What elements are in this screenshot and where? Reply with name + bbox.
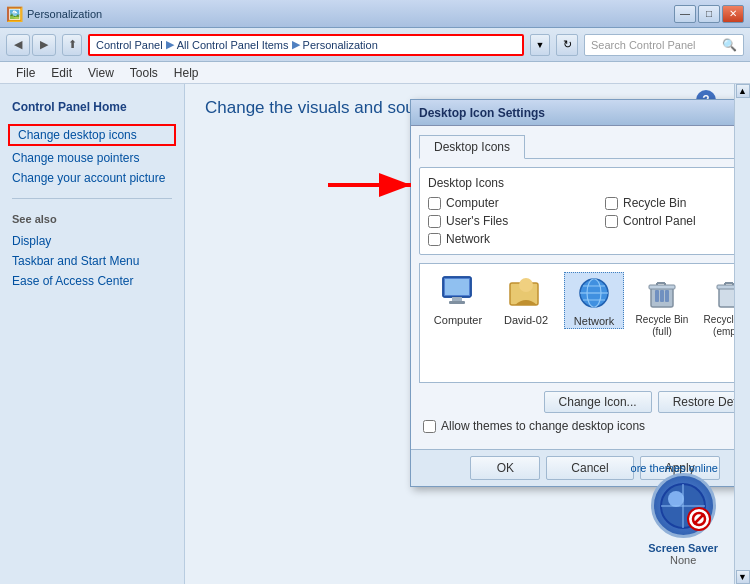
david-icon [506, 272, 546, 312]
icon-label-recycle-full: Recycle Bin(full) [636, 314, 689, 338]
title-bar-left: 🖼️ Personalization [6, 6, 102, 22]
menu-file[interactable]: File [8, 64, 43, 82]
icon-item-recycle-full[interactable]: Recycle Bin(full) [632, 272, 692, 338]
path-segment-3: Personalization [303, 39, 378, 51]
svg-rect-6 [449, 301, 465, 304]
right-scrollbar[interactable]: ▲ ▼ [734, 84, 750, 584]
dialog-title-bar: Desktop Icon Settings ✕ [411, 100, 734, 126]
no-symbol [687, 507, 711, 531]
icon-item-david[interactable]: David-02 [496, 272, 556, 327]
title-bar: 🖼️ Personalization — □ ✕ [0, 0, 750, 28]
sidebar-link-taskbar[interactable]: Taskbar and Start Menu [0, 251, 184, 271]
maximize-button[interactable]: □ [698, 5, 720, 23]
icon-label-recycle-empty: Recycle Bin(empty) [704, 314, 734, 338]
forward-button[interactable]: ▶ [32, 34, 56, 56]
search-box[interactable]: Search Control Panel 🔍 [584, 34, 744, 56]
section-label: Desktop Icons [428, 176, 734, 190]
computer-icon [438, 272, 478, 312]
checkbox-computer[interactable]: Computer [428, 196, 585, 210]
screensaver-subtitle: None [648, 554, 718, 566]
sidebar-link-display[interactable]: Display [0, 231, 184, 251]
up-button[interactable]: ⬆ [62, 34, 82, 56]
svg-point-28 [668, 491, 684, 507]
recycle-full-icon [642, 272, 682, 312]
checkbox-users-files[interactable]: User's Files [428, 214, 585, 228]
path-segment-1: Control Panel [96, 39, 163, 51]
svg-rect-19 [655, 290, 659, 302]
scroll-down-button[interactable]: ▼ [736, 570, 750, 584]
menu-view[interactable]: View [80, 64, 122, 82]
main-content: Control Panel Home Change desktop icons … [0, 84, 750, 584]
allow-themes-checkbox[interactable] [423, 420, 436, 433]
checkbox-users-files-input[interactable] [428, 215, 441, 228]
menu-edit[interactable]: Edit [43, 64, 80, 82]
address-dropdown[interactable]: ▼ [530, 34, 550, 56]
address-path[interactable]: Control Panel ▶ All Control Panel Items … [88, 34, 524, 56]
svg-rect-23 [717, 285, 734, 289]
menu-help[interactable]: Help [166, 64, 207, 82]
screensaver-title: Screen Saver [648, 542, 718, 554]
icon-item-network[interactable]: Network [564, 272, 624, 329]
svg-rect-4 [445, 279, 469, 295]
network-icon [574, 273, 614, 313]
close-button[interactable]: ✕ [722, 5, 744, 23]
svg-rect-20 [660, 290, 664, 302]
dialog-btn-row: Change Icon... Restore Default [419, 391, 734, 413]
search-placeholder: Search Control Panel [591, 39, 696, 51]
themes-online-link[interactable]: ore themes online [631, 462, 718, 474]
checkbox-control-panel[interactable]: Control Panel [605, 214, 734, 228]
cancel-button[interactable]: Cancel [546, 456, 633, 480]
sidebar-title: Control Panel Home [0, 96, 184, 122]
desktop-icons-section: Desktop Icons Computer Recycle Bin Us [419, 167, 734, 255]
path-segment-2: All Control Panel Items [177, 39, 289, 51]
checkbox-computer-label: Computer [446, 196, 499, 210]
checkbox-network-input[interactable] [428, 233, 441, 246]
sidebar-divider [12, 198, 172, 199]
search-icon[interactable]: 🔍 [722, 38, 737, 52]
icon-item-recycle-empty[interactable]: Recycle Bin(empty) [700, 272, 734, 338]
checkbox-control-panel-label: Control Panel [623, 214, 696, 228]
icon-label-computer: Computer [434, 314, 482, 327]
checkbox-network[interactable]: Network [428, 232, 585, 246]
icons-grid: Computer David-02 [419, 263, 734, 383]
content-area: ? Change the visuals and sounds on your … [185, 84, 734, 584]
menu-bar: File Edit View Tools Help [0, 62, 750, 84]
sidebar: Control Panel Home Change desktop icons … [0, 84, 185, 584]
checkbox-recycle-bin[interactable]: Recycle Bin [605, 196, 734, 210]
restore-default-button[interactable]: Restore Default [658, 391, 734, 413]
sidebar-link-mouse-pointers[interactable]: Change mouse pointers [0, 148, 184, 168]
nav-buttons: ◀ ▶ [6, 34, 56, 56]
address-bar: ◀ ▶ ⬆ Control Panel ▶ All Control Panel … [0, 28, 750, 62]
menu-tools[interactable]: Tools [122, 64, 166, 82]
svg-rect-21 [665, 290, 669, 302]
minimize-button[interactable]: — [674, 5, 696, 23]
dialog-body: Desktop Icons Desktop Icons Computer Rec… [411, 126, 734, 449]
title-bar-title: Personalization [27, 8, 102, 20]
checkbox-users-files-label: User's Files [446, 214, 508, 228]
svg-rect-22 [719, 287, 734, 307]
sidebar-link-ease[interactable]: Ease of Access Center [0, 271, 184, 291]
checkbox-control-panel-input[interactable] [605, 215, 618, 228]
see-also-label: See also [0, 209, 184, 231]
refresh-button[interactable]: ↻ [556, 34, 578, 56]
allow-themes-row: Allow themes to change desktop icons [419, 419, 734, 433]
checkbox-computer-input[interactable] [428, 197, 441, 210]
svg-rect-5 [452, 297, 462, 301]
icon-item-computer[interactable]: Computer [428, 272, 488, 327]
allow-themes-label: Allow themes to change desktop icons [441, 419, 645, 433]
change-icon-button[interactable]: Change Icon... [544, 391, 652, 413]
checkbox-recycle-bin-input[interactable] [605, 197, 618, 210]
dialog-tabs: Desktop Icons [419, 134, 734, 159]
ok-button[interactable]: OK [470, 456, 540, 480]
checkbox-grid: Computer Recycle Bin User's Files C [428, 196, 734, 246]
window-icon: 🖼️ [6, 6, 23, 22]
screensaver-icon [651, 473, 716, 538]
icon-label-david: David-02 [504, 314, 548, 327]
sidebar-link-account-picture[interactable]: Change your account picture [0, 168, 184, 188]
back-button[interactable]: ◀ [6, 34, 30, 56]
sidebar-link-desktop-icons[interactable]: Change desktop icons [8, 124, 176, 146]
screensaver-section: Screen Saver None [648, 473, 718, 566]
tab-desktop-icons[interactable]: Desktop Icons [419, 135, 525, 159]
svg-rect-15 [649, 285, 675, 289]
scroll-up-button[interactable]: ▲ [736, 84, 750, 98]
